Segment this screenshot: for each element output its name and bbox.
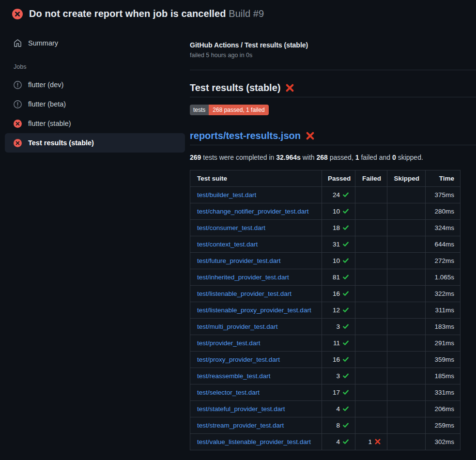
page-header: Do not create report when job is cancell…	[0, 0, 476, 26]
test-suite-link[interactable]: test/listenable_proxy_provider_test.dart	[197, 307, 311, 314]
job-status-line: failed 5 hours ago in 0s	[190, 52, 476, 59]
x-circle-icon	[12, 9, 23, 19]
time-cell: 322ms	[426, 286, 461, 302]
time-cell: 359ms	[426, 352, 461, 368]
section-heading: Test results (stable)	[190, 82, 476, 93]
report-file-link[interactable]: reports/test-results.json	[190, 130, 301, 141]
test-suite-link[interactable]: test/selector_test.dart	[197, 389, 260, 396]
skipped-cell	[387, 220, 426, 236]
column-header-skipped: Skipped	[387, 170, 426, 187]
failed-cell	[355, 319, 387, 335]
test-suite-cell: test/consumer_test.dart	[190, 220, 322, 236]
divider	[190, 145, 476, 145]
build-number: Build #9	[229, 8, 264, 19]
check-icon	[342, 191, 349, 198]
test-suite-cell: test/stateful_provider_test.dart	[190, 401, 322, 417]
check-icon	[342, 290, 349, 297]
sidebar-job-item[interactable]: flutter (beta)	[5, 94, 185, 114]
test-suite-link[interactable]: test/stream_provider_test.dart	[197, 422, 284, 429]
time-cell: 644ms	[426, 236, 461, 253]
passed-cell: 8	[322, 417, 355, 434]
sidebar-jobs-label: Jobs	[0, 53, 190, 75]
failed-cell	[355, 269, 387, 286]
skipped-cell	[387, 335, 426, 352]
failed-cell	[355, 203, 387, 220]
failed-cell	[355, 417, 387, 434]
table-row: test/provider_test.dart 11 291ms	[190, 335, 461, 352]
test-suite-cell: test/value_listenable_provider_test.dart	[190, 434, 322, 450]
table-row: test/future_provider_test.dart 10 272ms	[190, 253, 461, 269]
sidebar-summary-label: Summary	[28, 39, 58, 47]
skipped-cell	[387, 352, 426, 368]
test-suite-link[interactable]: test/multi_provider_test.dart	[197, 323, 278, 330]
time-cell: 1.065s	[426, 269, 461, 286]
sidebar-job-item[interactable]: flutter (stable)	[5, 114, 185, 133]
test-results-table: Test suite Passed Failed Skipped Time te…	[190, 170, 461, 450]
test-suite-cell: test/change_notifier_provider_test.dart	[190, 203, 322, 220]
test-suite-link[interactable]: test/proxy_provider_test.dart	[197, 356, 280, 363]
skipped-cell	[387, 368, 426, 384]
test-suite-link[interactable]: test/future_provider_test.dart	[197, 257, 281, 264]
table-row: test/multi_provider_test.dart 3 183ms	[190, 319, 461, 335]
test-suite-cell: test/proxy_provider_test.dart	[190, 352, 322, 368]
sidebar-item-summary[interactable]: Summary	[5, 33, 185, 53]
test-suite-cell: test/selector_test.dart	[190, 384, 322, 401]
test-suite-cell: test/future_provider_test.dart	[190, 253, 322, 269]
passed-cell: 4	[322, 401, 355, 417]
test-suite-link[interactable]: test/stateful_provider_test.dart	[197, 405, 285, 413]
table-row: test/consumer_test.dart 18 324ms	[190, 220, 461, 236]
test-suite-link[interactable]: test/inherited_provider_test.dart	[197, 274, 289, 281]
test-suite-cell: test/multi_provider_test.dart	[190, 319, 322, 335]
test-suite-link[interactable]: test/builder_test.dart	[197, 191, 256, 199]
test-suite-link[interactable]: test/change_notifier_provider_test.dart	[197, 208, 308, 215]
page-title: Do not create report when job is cancell…	[29, 8, 264, 19]
skipped-cell	[387, 253, 426, 269]
test-suite-cell: test/reassemble_test.dart	[190, 368, 322, 384]
passed-cell: 10	[322, 203, 355, 220]
skipped-cell	[387, 236, 426, 253]
table-row: test/listenable_proxy_provider_test.dart…	[190, 302, 461, 319]
x-circle-icon	[14, 139, 22, 147]
failed-cell	[355, 401, 387, 417]
sidebar-job-label: flutter (stable)	[28, 120, 71, 127]
sidebar-job-item[interactable]: flutter (dev)	[5, 75, 185, 94]
test-suite-link[interactable]: test/provider_test.dart	[197, 339, 261, 347]
check-icon	[342, 323, 349, 330]
failed-cell	[355, 368, 387, 384]
report-heading: reports/test-results.json	[190, 130, 476, 141]
check-icon	[342, 389, 349, 396]
sidebar-job-item[interactable]: Test results (stable)	[5, 133, 185, 153]
failed-cell	[355, 384, 387, 401]
cross-icon	[285, 83, 294, 92]
test-suite-link[interactable]: test/reassemble_test.dart	[197, 372, 271, 380]
check-icon	[342, 422, 349, 429]
test-suite-link[interactable]: test/listenable_provider_test.dart	[197, 290, 292, 297]
check-icon	[342, 241, 349, 247]
passed-cell: 16	[322, 286, 355, 302]
skipped-cell	[387, 286, 426, 302]
table-row: test/proxy_provider_test.dart 16 359ms	[190, 352, 461, 368]
test-suite-cell: test/stream_provider_test.dart	[190, 417, 322, 434]
time-cell: 291ms	[426, 335, 461, 352]
cross-icon	[306, 131, 315, 140]
badge-label: tests	[190, 105, 209, 115]
test-suite-cell: test/context_test.dart	[190, 236, 322, 253]
time-cell: 324ms	[426, 220, 461, 236]
test-suite-link[interactable]: test/value_listenable_provider_test.dart	[197, 438, 311, 445]
test-suite-link[interactable]: test/consumer_test.dart	[197, 224, 265, 231]
column-header-passed: Passed	[322, 170, 355, 187]
passed-cell: 3	[322, 319, 355, 335]
failed-cell	[355, 187, 387, 203]
table-header-row: Test suite Passed Failed Skipped Time	[190, 170, 461, 187]
alert-circle-icon	[14, 81, 22, 89]
time-cell: 183ms	[426, 319, 461, 335]
failed-cell	[355, 286, 387, 302]
table-row: test/stateful_provider_test.dart 4 206ms	[190, 401, 461, 417]
table-row: test/stream_provider_test.dart 8 259ms	[190, 417, 461, 434]
passed-cell: 31	[322, 236, 355, 253]
sidebar-job-label: Test results (stable)	[28, 139, 94, 147]
test-suite-link[interactable]: test/context_test.dart	[197, 241, 258, 248]
summary-line: 269 tests were completed in 32.964s with…	[190, 153, 476, 161]
skipped-cell	[387, 417, 426, 434]
failed-cell: 1	[355, 434, 387, 450]
